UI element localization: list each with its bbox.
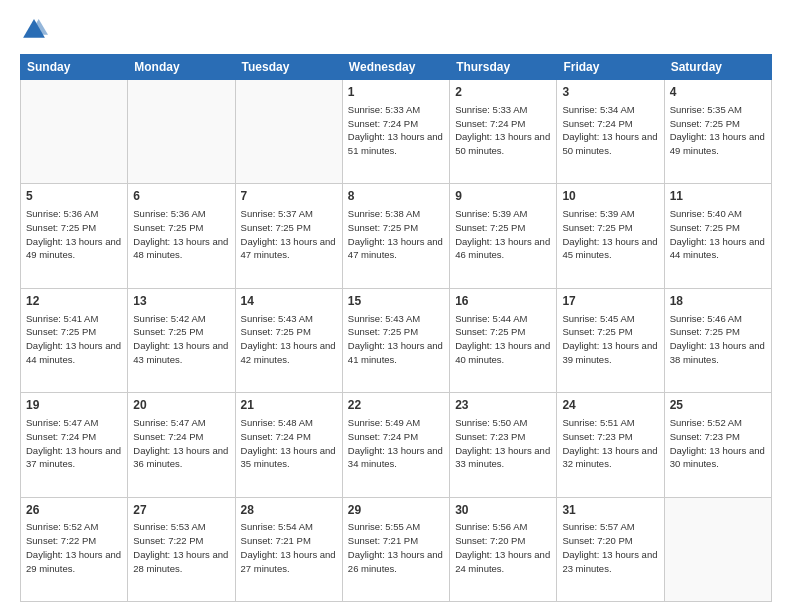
calendar-cell: 26Sunrise: 5:52 AM Sunset: 7:22 PM Dayli… [21,497,128,601]
calendar-cell: 28Sunrise: 5:54 AM Sunset: 7:21 PM Dayli… [235,497,342,601]
day-info: Sunrise: 5:43 AM Sunset: 7:25 PM Dayligh… [241,312,337,367]
day-number: 6 [133,188,229,205]
calendar-cell: 7Sunrise: 5:37 AM Sunset: 7:25 PM Daylig… [235,184,342,288]
day-info: Sunrise: 5:36 AM Sunset: 7:25 PM Dayligh… [133,207,229,262]
day-number: 17 [562,293,658,310]
day-number: 13 [133,293,229,310]
day-info: Sunrise: 5:47 AM Sunset: 7:24 PM Dayligh… [133,416,229,471]
day-info: Sunrise: 5:49 AM Sunset: 7:24 PM Dayligh… [348,416,444,471]
day-info: Sunrise: 5:34 AM Sunset: 7:24 PM Dayligh… [562,103,658,158]
day-info: Sunrise: 5:37 AM Sunset: 7:25 PM Dayligh… [241,207,337,262]
week-row: 5Sunrise: 5:36 AM Sunset: 7:25 PM Daylig… [21,184,772,288]
day-number: 25 [670,397,766,414]
day-number: 29 [348,502,444,519]
day-info: Sunrise: 5:50 AM Sunset: 7:23 PM Dayligh… [455,416,551,471]
day-info: Sunrise: 5:33 AM Sunset: 7:24 PM Dayligh… [455,103,551,158]
day-info: Sunrise: 5:42 AM Sunset: 7:25 PM Dayligh… [133,312,229,367]
calendar-cell: 8Sunrise: 5:38 AM Sunset: 7:25 PM Daylig… [342,184,449,288]
day-info: Sunrise: 5:46 AM Sunset: 7:25 PM Dayligh… [670,312,766,367]
calendar-cell: 12Sunrise: 5:41 AM Sunset: 7:25 PM Dayli… [21,288,128,392]
weekday-header: Saturday [664,55,771,80]
calendar-cell [235,80,342,184]
day-number: 30 [455,502,551,519]
day-info: Sunrise: 5:55 AM Sunset: 7:21 PM Dayligh… [348,520,444,575]
day-info: Sunrise: 5:43 AM Sunset: 7:25 PM Dayligh… [348,312,444,367]
calendar-cell: 20Sunrise: 5:47 AM Sunset: 7:24 PM Dayli… [128,393,235,497]
day-info: Sunrise: 5:36 AM Sunset: 7:25 PM Dayligh… [26,207,122,262]
day-number: 26 [26,502,122,519]
calendar-cell: 6Sunrise: 5:36 AM Sunset: 7:25 PM Daylig… [128,184,235,288]
calendar-cell: 18Sunrise: 5:46 AM Sunset: 7:25 PM Dayli… [664,288,771,392]
calendar-cell: 1Sunrise: 5:33 AM Sunset: 7:24 PM Daylig… [342,80,449,184]
calendar-cell: 10Sunrise: 5:39 AM Sunset: 7:25 PM Dayli… [557,184,664,288]
calendar-cell: 16Sunrise: 5:44 AM Sunset: 7:25 PM Dayli… [450,288,557,392]
calendar-cell: 30Sunrise: 5:56 AM Sunset: 7:20 PM Dayli… [450,497,557,601]
day-number: 8 [348,188,444,205]
weekday-header: Wednesday [342,55,449,80]
day-number: 22 [348,397,444,414]
weekday-header: Tuesday [235,55,342,80]
day-info: Sunrise: 5:33 AM Sunset: 7:24 PM Dayligh… [348,103,444,158]
day-number: 10 [562,188,658,205]
calendar-cell: 13Sunrise: 5:42 AM Sunset: 7:25 PM Dayli… [128,288,235,392]
calendar-cell: 4Sunrise: 5:35 AM Sunset: 7:25 PM Daylig… [664,80,771,184]
day-number: 4 [670,84,766,101]
day-info: Sunrise: 5:48 AM Sunset: 7:24 PM Dayligh… [241,416,337,471]
day-number: 28 [241,502,337,519]
day-number: 15 [348,293,444,310]
day-number: 23 [455,397,551,414]
calendar-cell: 5Sunrise: 5:36 AM Sunset: 7:25 PM Daylig… [21,184,128,288]
calendar-cell: 15Sunrise: 5:43 AM Sunset: 7:25 PM Dayli… [342,288,449,392]
calendar-cell [128,80,235,184]
calendar-cell: 2Sunrise: 5:33 AM Sunset: 7:24 PM Daylig… [450,80,557,184]
day-number: 27 [133,502,229,519]
day-number: 21 [241,397,337,414]
calendar-cell: 11Sunrise: 5:40 AM Sunset: 7:25 PM Dayli… [664,184,771,288]
day-number: 20 [133,397,229,414]
calendar-cell: 22Sunrise: 5:49 AM Sunset: 7:24 PM Dayli… [342,393,449,497]
weekday-header: Friday [557,55,664,80]
calendar-table: SundayMondayTuesdayWednesdayThursdayFrid… [20,54,772,602]
day-number: 24 [562,397,658,414]
day-info: Sunrise: 5:57 AM Sunset: 7:20 PM Dayligh… [562,520,658,575]
header [20,16,772,44]
day-info: Sunrise: 5:56 AM Sunset: 7:20 PM Dayligh… [455,520,551,575]
day-number: 12 [26,293,122,310]
day-info: Sunrise: 5:38 AM Sunset: 7:25 PM Dayligh… [348,207,444,262]
day-info: Sunrise: 5:53 AM Sunset: 7:22 PM Dayligh… [133,520,229,575]
day-number: 7 [241,188,337,205]
day-info: Sunrise: 5:52 AM Sunset: 7:23 PM Dayligh… [670,416,766,471]
day-info: Sunrise: 5:39 AM Sunset: 7:25 PM Dayligh… [562,207,658,262]
calendar-cell: 17Sunrise: 5:45 AM Sunset: 7:25 PM Dayli… [557,288,664,392]
calendar-cell: 21Sunrise: 5:48 AM Sunset: 7:24 PM Dayli… [235,393,342,497]
day-info: Sunrise: 5:54 AM Sunset: 7:21 PM Dayligh… [241,520,337,575]
calendar-cell: 31Sunrise: 5:57 AM Sunset: 7:20 PM Dayli… [557,497,664,601]
weekday-header: Thursday [450,55,557,80]
weekday-header: Sunday [21,55,128,80]
calendar-cell: 25Sunrise: 5:52 AM Sunset: 7:23 PM Dayli… [664,393,771,497]
calendar-cell: 14Sunrise: 5:43 AM Sunset: 7:25 PM Dayli… [235,288,342,392]
day-number: 16 [455,293,551,310]
logo [20,16,52,44]
calendar-cell: 27Sunrise: 5:53 AM Sunset: 7:22 PM Dayli… [128,497,235,601]
day-info: Sunrise: 5:40 AM Sunset: 7:25 PM Dayligh… [670,207,766,262]
day-info: Sunrise: 5:35 AM Sunset: 7:25 PM Dayligh… [670,103,766,158]
day-number: 3 [562,84,658,101]
day-number: 14 [241,293,337,310]
day-info: Sunrise: 5:44 AM Sunset: 7:25 PM Dayligh… [455,312,551,367]
week-row: 1Sunrise: 5:33 AM Sunset: 7:24 PM Daylig… [21,80,772,184]
calendar-cell [664,497,771,601]
calendar-cell [21,80,128,184]
day-number: 9 [455,188,551,205]
day-info: Sunrise: 5:47 AM Sunset: 7:24 PM Dayligh… [26,416,122,471]
day-number: 1 [348,84,444,101]
week-row: 12Sunrise: 5:41 AM Sunset: 7:25 PM Dayli… [21,288,772,392]
day-info: Sunrise: 5:45 AM Sunset: 7:25 PM Dayligh… [562,312,658,367]
day-number: 11 [670,188,766,205]
calendar-cell: 3Sunrise: 5:34 AM Sunset: 7:24 PM Daylig… [557,80,664,184]
day-number: 19 [26,397,122,414]
logo-icon [20,16,48,44]
day-number: 31 [562,502,658,519]
week-row: 19Sunrise: 5:47 AM Sunset: 7:24 PM Dayli… [21,393,772,497]
weekday-header-row: SundayMondayTuesdayWednesdayThursdayFrid… [21,55,772,80]
